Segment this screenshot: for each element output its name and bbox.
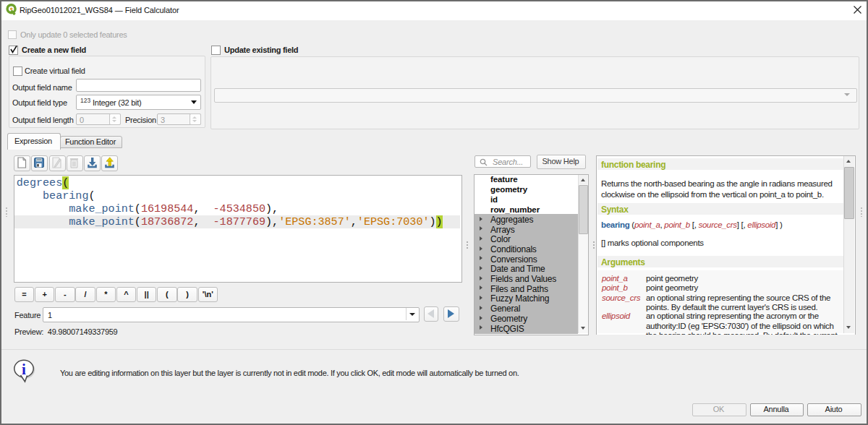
svg-text:i: i [22,361,26,378]
